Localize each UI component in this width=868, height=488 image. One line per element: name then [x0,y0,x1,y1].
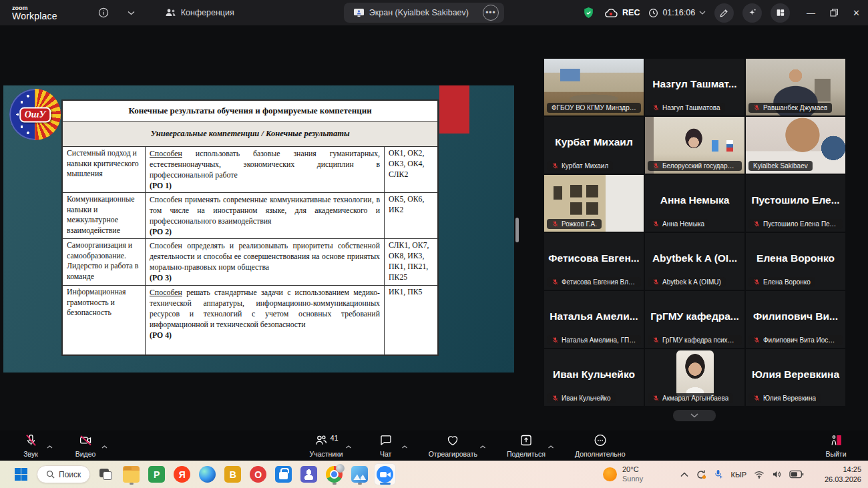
tab-screen-share[interactable]: Экран (Kyialbek Sakibaev) ••• [344,3,504,23]
more-button[interactable]: Дополнительно [575,433,626,458]
participant-label: Kyialbek Sakibaev [748,161,813,171]
info-button[interactable] [94,3,113,22]
video-options-chevron[interactable] [101,439,107,451]
scrollbar-thumb[interactable] [515,218,519,242]
tab-options-button[interactable]: ••• [483,5,499,21]
participant-tile[interactable]: Kyialbek Sakibaev [746,117,845,174]
leave-meeting-icon [829,433,843,447]
view-layout-button[interactable] [771,3,790,23]
mic-muted-icon [24,433,38,447]
participant-label: Пустошило Елена Петро... [748,219,843,229]
taskbar-icon-microsoft-store[interactable] [272,463,294,485]
more-label: Дополнительно [575,450,626,458]
taskbar-icon-photos[interactable] [349,463,371,485]
keyboard-language[interactable]: КЫР [731,471,746,479]
participant-label: Фетисова Евгения Влади... [547,277,641,287]
participant-tile[interactable]: Курбат МихаилКурбат Михаил [544,117,644,174]
battery-icon[interactable] [789,470,804,479]
participant-tile[interactable]: Назгул Ташмат...Назгул Ташматова [645,59,744,115]
participant-tile[interactable]: ФГБОУ ВО КГМУ Минздрав... [544,59,644,115]
zoom-workplace-window: zoom Workplace Конференция Экран (Kyialb… [0,0,868,488]
minimize-button[interactable]: — [807,8,815,18]
chat-options-chevron[interactable] [402,439,408,451]
chat-button[interactable]: Чат [373,433,399,458]
weather-widget[interactable]: 20°C Sunny [603,461,643,488]
taskbar-icon-task-view[interactable] [95,463,117,485]
participant-tile[interactable]: Филипович Ви...Филипович Вита Иосиф... [746,291,845,348]
participants-button[interactable]: 41 Участники [310,433,343,458]
taskbar-icon-edge[interactable] [196,463,218,485]
taskbar-icon-yandex-browser[interactable]: Я [171,463,193,485]
close-button[interactable]: ✕ [853,8,860,18]
security-shield-icon[interactable] [582,6,595,19]
muted-mic-icon [652,278,660,286]
participant-tile[interactable]: Пустошило Еле...Пустошило Елена Петро... [746,175,845,232]
voice-access-icon[interactable] [714,469,724,479]
participant-label: Иван Кульчейко [547,393,616,403]
wifi-icon[interactable] [754,471,765,479]
participant-tile[interactable]: Елена ВоронкоЕлена Воронко [746,233,845,290]
tab-meeting[interactable]: Конференция [156,3,244,23]
participant-tile[interactable]: Abytbek k A (OI...Abytbek k A (OIMU) [645,233,744,290]
participant-name-large: Анна Немыка [645,194,744,206]
clock-time: 14:25 [843,465,861,474]
participant-name-large: Филипович Ви... [746,310,845,322]
participant-tile[interactable]: Наталья Амели...Наталья Амелина, ГПОУ ..… [544,291,644,348]
react-button[interactable]: Отреагировать [429,433,477,458]
people-icon [165,8,176,17]
participant-name-large: Курбат Михаил [544,136,644,148]
muted-mic-icon [552,336,559,344]
ai-companion-button[interactable] [742,3,762,23]
share-button[interactable]: Поделиться [507,433,546,458]
start-button[interactable] [9,463,32,486]
screen-share-icon [353,8,365,17]
share-label: Поделиться [507,450,546,458]
participant-label: Наталья Амелина, ГПОУ ... [547,335,641,345]
participant-name-large: Фетисова Евген... [544,252,644,264]
restore-button[interactable] [830,9,838,17]
audio-options-chevron[interactable] [47,439,53,451]
participant-tile[interactable]: Рожков Г.А. [544,175,644,232]
taskbar-icon-file-explorer[interactable] [120,463,142,485]
timer-value: 01:16:06 [662,8,695,17]
taskbar-clock[interactable]: 14:25 26.03.2026 [825,461,861,488]
meeting-timer[interactable]: 01:16:06 [648,8,706,18]
participant-name-large: Назгул Ташмат... [645,78,744,90]
participant-tile[interactable]: Белорусский государств... [645,117,744,174]
participant-tile[interactable]: Акмарал Аргынбаева [645,349,744,406]
avatar-photo [676,350,714,397]
participant-tile[interactable]: Фетисова Евген...Фетисова Евгения Влади.… [544,233,644,290]
gallery-scroll-down-button[interactable] [673,410,716,421]
leave-button[interactable]: Выйти [823,433,849,458]
taskbar-icon-opera[interactable]: O [247,463,269,485]
video-button[interactable]: Видео [72,433,99,458]
search-label: Поиск [59,470,81,479]
taskbar-search[interactable]: Поиск [37,465,90,483]
share-options-chevron[interactable] [548,439,554,451]
system-tray: КЫР [680,461,804,488]
running-indicator [380,483,391,485]
workspace-dropdown-button[interactable] [122,3,141,22]
titlebar-right-controls: REC 01:16:06 — ✕ [582,0,860,25]
speaker-icon[interactable] [772,470,782,479]
participant-tile[interactable]: Юлия ВеревкинаЮлия Веревкина [746,349,845,406]
participant-tile[interactable]: Иван КульчейкоИван Кульчейко [544,349,644,406]
sync-icon[interactable] [696,469,706,480]
taskbar-icon-chrome[interactable] [323,463,345,485]
muted-mic-icon [652,395,660,402]
recording-indicator[interactable]: REC [604,8,640,18]
tray-expand-icon[interactable] [680,472,688,477]
react-options-chevron[interactable] [480,439,486,451]
participant-tile[interactable]: Анна НемыкаАнна Немыка [645,175,744,232]
table-row: Коммуникационные навыки и межкультурное … [63,193,438,239]
audio-button[interactable]: Звук [17,433,44,458]
participant-tile[interactable]: Равшанбек Джумаев [746,59,845,115]
taskbar-icon-b-app[interactable]: В [222,463,244,485]
chrome-icon [326,466,343,483]
taskbar-icon-p-app[interactable]: P [146,463,168,485]
taskbar-icon-zoom-app[interactable] [374,463,396,485]
participants-options-chevron[interactable] [346,439,352,451]
taskbar-icon-teams[interactable] [298,463,320,485]
annotate-button[interactable] [714,3,734,23]
participant-tile[interactable]: ГрГМУ кафедра...ГрГМУ кафедра психоло... [645,291,744,348]
